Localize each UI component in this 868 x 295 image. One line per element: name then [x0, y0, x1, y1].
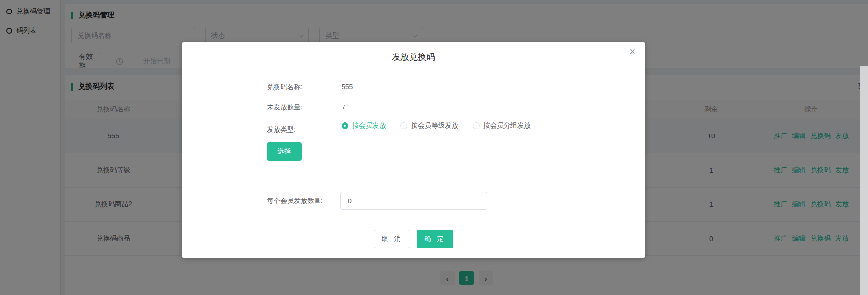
code-name-label: 兑换码名称:	[267, 83, 303, 92]
select-members-button[interactable]: 选择	[267, 142, 302, 161]
radio-icon	[342, 122, 348, 129]
radio-icon	[473, 122, 480, 129]
issue-type-radio-group: 按会员发放 按会员等级发放 按会员分组发放	[342, 121, 545, 130]
issue-code-dialog: 发放兑换码 × 兑换码名称: 555 未发放数量: 7 发放类型: 按会员发放 …	[182, 42, 645, 258]
vertical-scrollbar[interactable]	[860, 66, 868, 295]
unissued-qty-label: 未发放数量:	[267, 103, 303, 112]
radio-label: 按会员等级发放	[411, 121, 458, 130]
issue-type-radio[interactable]: 按会员分组发放	[473, 121, 531, 130]
issue-type-radio[interactable]: 按会员等级发放	[400, 121, 458, 130]
dialog-footer: 取 消 确 定	[182, 230, 645, 248]
close-icon[interactable]: ×	[629, 46, 635, 57]
per-member-qty-label: 每个会员发放数量:	[267, 197, 323, 205]
radio-label: 按会员分组发放	[483, 121, 531, 130]
issue-type-label: 发放类型:	[267, 125, 296, 134]
issue-type-radio[interactable]: 按会员发放	[342, 121, 386, 130]
per-member-qty-input[interactable]: 0	[340, 192, 487, 210]
radio-label: 按会员发放	[352, 121, 386, 130]
unissued-qty-value: 7	[342, 103, 345, 111]
radio-icon	[400, 122, 407, 129]
per-member-qty-value: 0	[348, 197, 352, 205]
cancel-button[interactable]: 取 消	[374, 230, 410, 248]
confirm-button[interactable]: 确 定	[417, 230, 453, 248]
dialog-title: 发放兑换码	[182, 51, 645, 63]
code-name-value: 555	[342, 83, 353, 91]
